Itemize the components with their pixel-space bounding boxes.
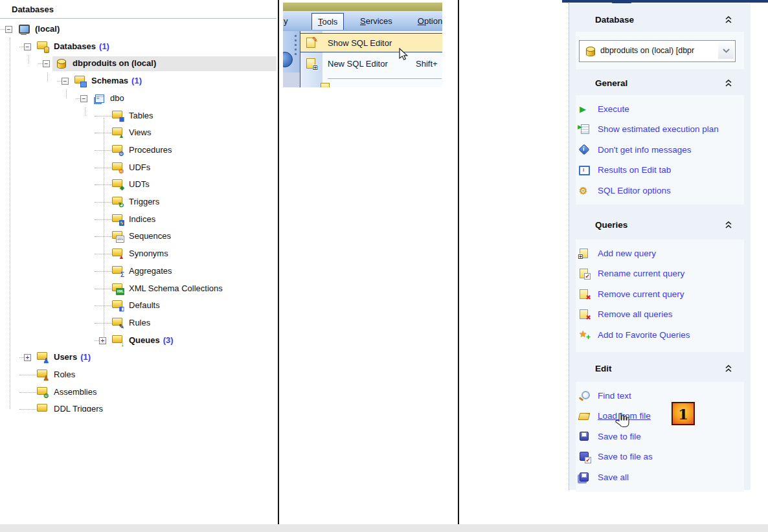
tree-item-procedures[interactable]: Procedures	[0, 142, 277, 159]
sidebar-link-sql-editor-options[interactable]: SQL Editor options	[576, 181, 744, 201]
tree-item-label: (local)	[35, 24, 60, 34]
save-all-icon	[578, 472, 590, 482]
sidebar-link-label: Save to file as	[598, 452, 653, 461]
tree-item-count: (1)	[99, 41, 109, 51]
combobox-dropdown-button[interactable]	[718, 42, 734, 59]
tree-expand-plus-icon[interactable]: +	[24, 354, 31, 361]
sidebar-link-show-estimated-execution-plan[interactable]: Show estimated execution plan	[576, 119, 744, 139]
sidebar-link-save-to-file[interactable]: Save to file	[576, 427, 744, 447]
tree-connector-stub	[95, 289, 111, 290]
sidebar-link-save-all[interactable]: Save all	[576, 467, 744, 487]
tree-connector-stub	[1, 29, 5, 30]
tree-collapse-minus-icon[interactable]: −	[80, 95, 87, 102]
tree-item-label: Synonyms	[129, 249, 168, 258]
sidebar-link-label: Don't get info messages	[598, 145, 691, 155]
folder-synonyms-icon	[112, 249, 124, 259]
sidebar-link-save-to-file-as[interactable]: Save to file as	[576, 447, 744, 467]
window-top-edge	[562, 0, 768, 3]
folder-xml-icon	[112, 283, 124, 294]
tree-item-synonyms[interactable]: Synonyms	[0, 245, 277, 263]
tree-connector-stub	[38, 63, 43, 65]
tree-item-databases[interactable]: −Databases(1)	[0, 38, 277, 56]
dropdown-item-new-sql-editor[interactable]: New SQL EditorShift+	[300, 54, 442, 74]
sidebar-link-add-to-favorite-queries[interactable]: Add to Favorite Queries	[576, 325, 744, 345]
tree-expand-plus-icon[interactable]: +	[99, 337, 106, 344]
sidebar-link-remove-current-query[interactable]: Remove current query	[576, 284, 744, 304]
tree-connector-stub	[95, 168, 111, 169]
folder-views-icon	[112, 127, 124, 138]
collapse-chevron-icon[interactable]	[725, 15, 732, 27]
tree-item-dbo[interactable]: −dbo	[0, 90, 277, 107]
tree-item-schemas[interactable]: −Schemas(1)	[0, 72, 277, 90]
tree-collapse-minus-icon[interactable]: −	[43, 60, 50, 67]
tree-item-label: Tables	[129, 111, 153, 120]
tree-item-rules[interactable]: Rules	[0, 315, 277, 332]
sidebar-link-remove-all-queries[interactable]: Remove all queries	[576, 304, 744, 324]
menu-item-tools[interactable]: Tools	[311, 13, 344, 30]
tree-item-xml-schema-collections[interactable]: XML Schema Collections	[0, 280, 277, 298]
section-header-queries: Queries	[576, 217, 744, 233]
sidebar-link-label: Remove all queries	[598, 309, 673, 319]
mouse-cursor-arrow	[399, 48, 409, 61]
tree-collapse-minus-icon[interactable]: −	[62, 78, 69, 85]
sql-editor-sidebar: Databasedbproduits on (local) [dbprGener…	[569, 3, 751, 490]
folder-procedures-icon	[112, 145, 124, 155]
schema-icon	[93, 93, 105, 104]
sidebar-link-rename-current-query[interactable]: Rename current query	[576, 263, 744, 283]
tree-connector-stub	[95, 184, 111, 186]
folder-queues-icon	[112, 335, 124, 346]
tree-item-roles[interactable]: Roles	[0, 366, 277, 384]
tree-item-queues[interactable]: +Queues(3)	[0, 332, 277, 349]
tree-item-assemblies[interactable]: Assemblies	[0, 384, 277, 401]
dropdown-item-label: Show SQL Editor	[328, 38, 392, 48]
sidebar-link-label: Rename current query	[598, 269, 684, 278]
bottom-gray-bar	[0, 524, 768, 532]
folder-users-icon	[37, 352, 49, 362]
tree-connector-stub	[19, 47, 24, 48]
tree-item-tables[interactable]: Tables	[0, 107, 277, 125]
sidebar-link-load-from-file[interactable]: Load from file	[576, 406, 744, 426]
tree-item-dbproduits-on-local[interactable]: −dbproduits on (local)	[0, 55, 277, 72]
tree-item-triggers[interactable]: Triggers	[0, 194, 277, 211]
tree-item-ddl-triggers[interactable]: DDL Triggers	[0, 401, 277, 412]
tree-item-local[interactable]: −(local)	[0, 21, 277, 38]
tree-item-sequences[interactable]: Sequences	[0, 228, 277, 245]
database-icon	[585, 46, 596, 56]
sidebar-link-execute[interactable]: Execute	[576, 99, 744, 119]
sidebar-link-label: Find text	[598, 391, 631, 401]
sidebar-link-results-on-edit-tab[interactable]: Results on Edit tab	[576, 160, 744, 180]
collapse-chevron-icon[interactable]	[725, 364, 732, 375]
tree-item-users[interactable]: +Users(1)	[0, 349, 277, 366]
database-icon	[56, 58, 67, 69]
tree-item-label: Sequences	[129, 231, 171, 241]
section-title: General	[595, 78, 627, 88]
clipped-menu-text: y	[284, 16, 288, 26]
tree-item-udfs[interactable]: UDFs	[0, 159, 277, 177]
tree-item-indices[interactable]: Indices	[0, 211, 277, 228]
tree-collapse-minus-icon[interactable]: −	[5, 26, 12, 33]
sidebar-link-add-new-query[interactable]: Add new query	[576, 243, 744, 263]
tree-collapse-minus-icon[interactable]: −	[24, 43, 31, 50]
section-title: Edit	[595, 364, 612, 373]
tree-item-label: Queues(3)	[129, 335, 174, 345]
toolbar-fragment	[283, 31, 300, 87]
tree-item-aggregates[interactable]: Aggregates	[0, 263, 277, 280]
menu-item-options[interactable]: Options	[412, 13, 442, 29]
sidebar-link-don-t-get-info-messages[interactable]: Don't get info messages	[576, 140, 744, 160]
folder-sequences-icon	[112, 231, 124, 241]
section-body-database: dbproduits on (local) [dbpr	[576, 32, 744, 69]
tree-connector-stub	[95, 133, 111, 134]
tree-item-udts[interactable]: UDTs	[0, 176, 277, 194]
remove-all-queries-icon	[578, 309, 590, 319]
sidebar-link-find-text[interactable]: Find text	[576, 386, 744, 406]
tree-item-views[interactable]: Views	[0, 124, 277, 142]
tree-connector-stub	[95, 323, 111, 324]
tree-item-defaults[interactable]: Defaults	[0, 297, 277, 315]
database-tree: −(local)−Databases(1)−dbproduits on (loc…	[0, 21, 277, 412]
collapse-chevron-icon[interactable]	[725, 78, 732, 90]
dropdown-item-show-sql-editor[interactable]: Show SQL Editor	[300, 33, 442, 52]
menu-item-services[interactable]: Services	[354, 13, 398, 29]
database-combobox[interactable]: dbproduits on (local) [dbpr	[579, 40, 736, 62]
server-icon	[18, 24, 30, 34]
collapse-chevron-icon[interactable]	[725, 220, 732, 232]
